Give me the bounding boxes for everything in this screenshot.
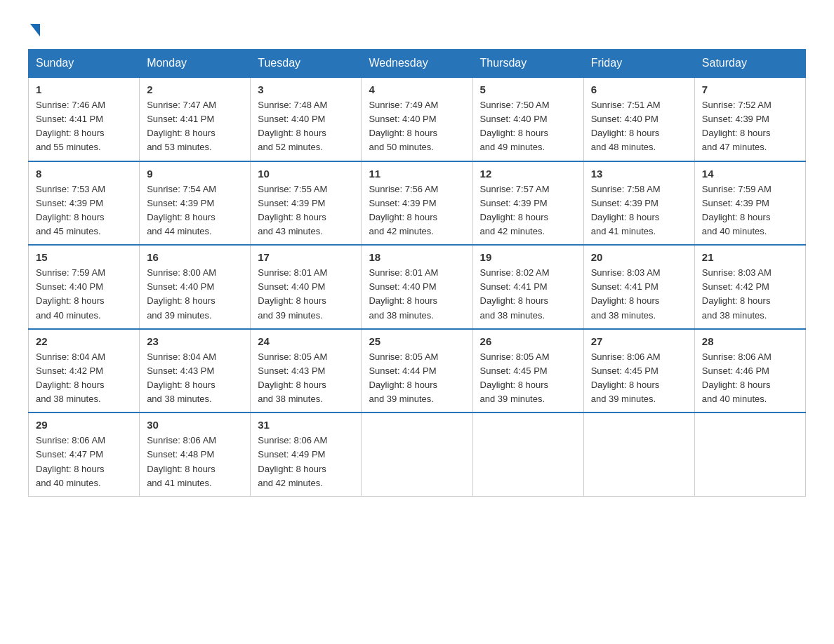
day-info: Sunrise: 7:53 AMSunset: 4:39 PMDaylight:… — [36, 182, 132, 239]
day-number: 3 — [258, 83, 354, 95]
day-number: 1 — [36, 83, 132, 95]
calendar-cell: 15Sunrise: 7:59 AMSunset: 4:40 PMDayligh… — [29, 245, 140, 329]
calendar-cell: 7Sunrise: 7:52 AMSunset: 4:39 PMDaylight… — [694, 77, 805, 161]
weekday-header-sunday: Sunday — [29, 50, 140, 78]
day-info: Sunrise: 7:59 AMSunset: 4:39 PMDaylight:… — [702, 182, 798, 239]
weekday-header-tuesday: Tuesday — [251, 50, 362, 78]
day-info: Sunrise: 7:58 AMSunset: 4:39 PMDaylight:… — [591, 182, 687, 239]
calendar-cell: 19Sunrise: 8:02 AMSunset: 4:41 PMDayligh… — [472, 245, 583, 329]
day-number: 26 — [480, 335, 576, 347]
calendar-cell: 1Sunrise: 7:46 AMSunset: 4:41 PMDaylight… — [29, 77, 140, 161]
calendar-week-row: 22Sunrise: 8:04 AMSunset: 4:42 PMDayligh… — [29, 329, 806, 413]
calendar-cell: 24Sunrise: 8:05 AMSunset: 4:43 PMDayligh… — [251, 329, 362, 413]
calendar-cell — [472, 412, 583, 496]
day-info: Sunrise: 8:03 AMSunset: 4:41 PMDaylight:… — [591, 266, 687, 323]
calendar-week-row: 8Sunrise: 7:53 AMSunset: 4:39 PMDaylight… — [29, 161, 806, 246]
calendar-cell: 3Sunrise: 7:48 AMSunset: 4:40 PMDaylight… — [251, 77, 362, 161]
day-info: Sunrise: 7:47 AMSunset: 4:41 PMDaylight:… — [147, 98, 243, 155]
calendar-cell: 6Sunrise: 7:51 AMSunset: 4:40 PMDaylight… — [583, 77, 694, 161]
calendar-cell: 30Sunrise: 8:06 AMSunset: 4:48 PMDayligh… — [140, 412, 251, 496]
day-number: 4 — [369, 83, 465, 95]
day-info: Sunrise: 8:00 AMSunset: 4:40 PMDaylight:… — [147, 266, 243, 323]
day-number: 21 — [702, 251, 798, 263]
day-info: Sunrise: 8:01 AMSunset: 4:40 PMDaylight:… — [258, 266, 354, 323]
day-info: Sunrise: 7:50 AMSunset: 4:40 PMDaylight:… — [480, 98, 576, 155]
day-number: 19 — [480, 251, 576, 263]
day-number: 17 — [258, 251, 354, 263]
calendar-cell: 17Sunrise: 8:01 AMSunset: 4:40 PMDayligh… — [251, 245, 362, 329]
day-number: 6 — [591, 83, 687, 95]
day-number: 2 — [147, 83, 243, 95]
day-info: Sunrise: 7:54 AMSunset: 4:39 PMDaylight:… — [147, 182, 243, 239]
calendar-week-row: 1Sunrise: 7:46 AMSunset: 4:41 PMDaylight… — [29, 77, 806, 161]
day-number: 28 — [702, 335, 798, 347]
day-number: 22 — [36, 335, 132, 347]
weekday-header-thursday: Thursday — [472, 50, 583, 78]
day-info: Sunrise: 8:06 AMSunset: 4:48 PMDaylight:… — [147, 434, 243, 490]
calendar-cell: 27Sunrise: 8:06 AMSunset: 4:45 PMDayligh… — [583, 329, 694, 413]
day-number: 10 — [258, 168, 354, 180]
weekday-header-saturday: Saturday — [694, 50, 805, 78]
day-info: Sunrise: 7:56 AMSunset: 4:39 PMDaylight:… — [369, 182, 465, 239]
day-info: Sunrise: 8:05 AMSunset: 4:45 PMDaylight:… — [480, 350, 576, 407]
calendar-cell: 8Sunrise: 7:53 AMSunset: 4:39 PMDaylight… — [29, 161, 140, 246]
logo — [28, 21, 40, 35]
day-number: 12 — [480, 168, 576, 180]
day-number: 11 — [369, 168, 465, 180]
day-number: 24 — [258, 335, 354, 347]
calendar-cell: 23Sunrise: 8:04 AMSunset: 4:43 PMDayligh… — [140, 329, 251, 413]
calendar-cell: 20Sunrise: 8:03 AMSunset: 4:41 PMDayligh… — [583, 245, 694, 329]
day-number: 23 — [147, 335, 243, 347]
weekday-header-friday: Friday — [583, 50, 694, 78]
day-info: Sunrise: 8:06 AMSunset: 4:49 PMDaylight:… — [258, 434, 354, 490]
calendar-cell: 14Sunrise: 7:59 AMSunset: 4:39 PMDayligh… — [694, 161, 805, 246]
calendar-cell: 22Sunrise: 8:04 AMSunset: 4:42 PMDayligh… — [29, 329, 140, 413]
calendar-week-row: 15Sunrise: 7:59 AMSunset: 4:40 PMDayligh… — [29, 245, 806, 329]
day-number: 13 — [591, 168, 687, 180]
header — [28, 21, 806, 35]
calendar-cell: 11Sunrise: 7:56 AMSunset: 4:39 PMDayligh… — [362, 161, 472, 246]
day-number: 31 — [258, 419, 354, 431]
day-number: 9 — [147, 168, 243, 180]
day-info: Sunrise: 7:46 AMSunset: 4:41 PMDaylight:… — [36, 98, 132, 155]
calendar-cell: 18Sunrise: 8:01 AMSunset: 4:40 PMDayligh… — [362, 245, 472, 329]
weekday-header-wednesday: Wednesday — [362, 50, 472, 78]
day-info: Sunrise: 8:03 AMSunset: 4:42 PMDaylight:… — [702, 266, 798, 323]
day-number: 16 — [147, 251, 243, 263]
day-info: Sunrise: 7:51 AMSunset: 4:40 PMDaylight:… — [591, 98, 687, 155]
day-info: Sunrise: 8:04 AMSunset: 4:43 PMDaylight:… — [147, 350, 243, 407]
day-number: 15 — [36, 251, 132, 263]
day-number: 30 — [147, 419, 243, 431]
day-info: Sunrise: 7:57 AMSunset: 4:39 PMDaylight:… — [480, 182, 576, 239]
calendar-cell: 21Sunrise: 8:03 AMSunset: 4:42 PMDayligh… — [694, 245, 805, 329]
calendar-cell — [694, 412, 805, 496]
weekday-header-monday: Monday — [140, 50, 251, 78]
logo-top — [28, 21, 40, 36]
calendar-cell: 4Sunrise: 7:49 AMSunset: 4:40 PMDaylight… — [362, 77, 472, 161]
calendar-header-row: SundayMondayTuesdayWednesdayThursdayFrid… — [29, 50, 806, 78]
calendar-table: SundayMondayTuesdayWednesdayThursdayFrid… — [28, 49, 806, 497]
day-info: Sunrise: 7:59 AMSunset: 4:40 PMDaylight:… — [36, 266, 132, 323]
calendar-cell: 26Sunrise: 8:05 AMSunset: 4:45 PMDayligh… — [472, 329, 583, 413]
day-info: Sunrise: 8:06 AMSunset: 4:47 PMDaylight:… — [36, 434, 132, 490]
day-info: Sunrise: 8:04 AMSunset: 4:42 PMDaylight:… — [36, 350, 132, 407]
calendar-cell: 25Sunrise: 8:05 AMSunset: 4:44 PMDayligh… — [362, 329, 472, 413]
calendar-cell: 16Sunrise: 8:00 AMSunset: 4:40 PMDayligh… — [140, 245, 251, 329]
day-number: 27 — [591, 335, 687, 347]
calendar-cell — [583, 412, 694, 496]
day-info: Sunrise: 8:02 AMSunset: 4:41 PMDaylight:… — [480, 266, 576, 323]
calendar-cell: 31Sunrise: 8:06 AMSunset: 4:49 PMDayligh… — [251, 412, 362, 496]
day-info: Sunrise: 7:55 AMSunset: 4:39 PMDaylight:… — [258, 182, 354, 239]
day-number: 14 — [702, 168, 798, 180]
calendar-cell: 29Sunrise: 8:06 AMSunset: 4:47 PMDayligh… — [29, 412, 140, 496]
calendar-cell: 10Sunrise: 7:55 AMSunset: 4:39 PMDayligh… — [251, 161, 362, 246]
day-info: Sunrise: 8:05 AMSunset: 4:43 PMDaylight:… — [258, 350, 354, 407]
day-number: 5 — [480, 83, 576, 95]
day-number: 7 — [702, 83, 798, 95]
day-number: 20 — [591, 251, 687, 263]
day-number: 25 — [369, 335, 465, 347]
calendar-week-row: 29Sunrise: 8:06 AMSunset: 4:47 PMDayligh… — [29, 412, 806, 496]
day-number: 29 — [36, 419, 132, 431]
calendar-cell: 9Sunrise: 7:54 AMSunset: 4:39 PMDaylight… — [140, 161, 251, 246]
day-info: Sunrise: 7:49 AMSunset: 4:40 PMDaylight:… — [369, 98, 465, 155]
